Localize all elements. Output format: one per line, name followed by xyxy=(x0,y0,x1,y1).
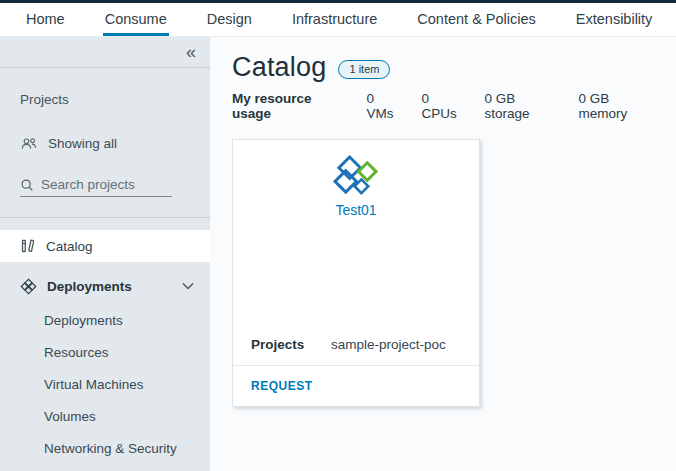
sidebar-divider xyxy=(0,217,210,218)
resource-usage-bar: My resource usage 0 VMs 0 CPUs 0 GB stor… xyxy=(232,91,676,121)
tab-consume[interactable]: Consume xyxy=(103,3,169,36)
sidebar-item-catalog[interactable]: Catalog xyxy=(0,230,210,262)
search-icon xyxy=(20,178,34,192)
main-nav: Home Consume Design Infrastructure Conte… xyxy=(0,3,676,37)
card-projects-label: Projects xyxy=(251,337,331,352)
sidebar-item-deployments[interactable]: Deployments xyxy=(0,304,210,336)
usage-storage: 0 GB storage xyxy=(484,91,559,121)
project-filter-showing-all[interactable]: Showing all xyxy=(20,136,210,151)
usage-vms: 0 VMs xyxy=(366,91,402,121)
main-content: Catalog 1 item My resource usage 0 VMs 0… xyxy=(210,37,676,471)
sidebar-item-virtual-machines[interactable]: Virtual Machines xyxy=(0,368,210,400)
library-icon xyxy=(20,238,36,254)
tab-design[interactable]: Design xyxy=(205,3,254,36)
sidebar-item-label: Catalog xyxy=(46,239,93,254)
sidebar-divider xyxy=(0,67,210,68)
search-projects-input[interactable] xyxy=(41,177,161,192)
catalog-item-name-link[interactable]: Test01 xyxy=(233,202,479,218)
sidebar-item-volumes[interactable]: Volumes xyxy=(0,400,210,432)
catalog-item-card[interactable]: Test01 Projects sample-project-poc REQUE… xyxy=(232,139,480,407)
usage-memory: 0 GB memory xyxy=(578,91,657,121)
tab-home[interactable]: Home xyxy=(24,3,67,36)
tab-infrastructure[interactable]: Infrastructure xyxy=(290,3,379,36)
showing-all-label: Showing all xyxy=(48,136,117,151)
tab-content-policies[interactable]: Content & Policies xyxy=(415,3,537,36)
usage-cpus: 0 CPUs xyxy=(421,91,465,121)
projects-section-label: Projects xyxy=(20,92,210,107)
cloud-template-icon xyxy=(333,155,380,198)
item-count-badge: 1 item xyxy=(338,60,390,79)
sidebar: « Projects Showing all xyxy=(0,37,210,471)
sidebar-item-resources[interactable]: Resources xyxy=(0,336,210,368)
blocks-icon xyxy=(20,278,37,295)
page-title: Catalog xyxy=(232,52,326,83)
tab-extensibility[interactable]: Extensibility xyxy=(574,3,655,36)
deployments-children: Deployments Resources Virtual Machines V… xyxy=(0,304,210,464)
chevron-down-icon[interactable] xyxy=(182,282,194,290)
users-icon xyxy=(20,136,38,151)
collapse-sidebar-icon[interactable]: « xyxy=(186,43,196,61)
usage-label: My resource usage xyxy=(232,91,347,121)
sidebar-group-label: Deployments xyxy=(47,279,132,294)
sidebar-item-networking-security[interactable]: Networking & Security xyxy=(0,432,210,464)
sidebar-group-deployments[interactable]: Deployments xyxy=(0,270,210,302)
search-projects-field[interactable] xyxy=(20,177,172,197)
card-projects-value: sample-project-poc xyxy=(331,337,446,352)
request-button[interactable]: REQUEST xyxy=(251,379,313,393)
